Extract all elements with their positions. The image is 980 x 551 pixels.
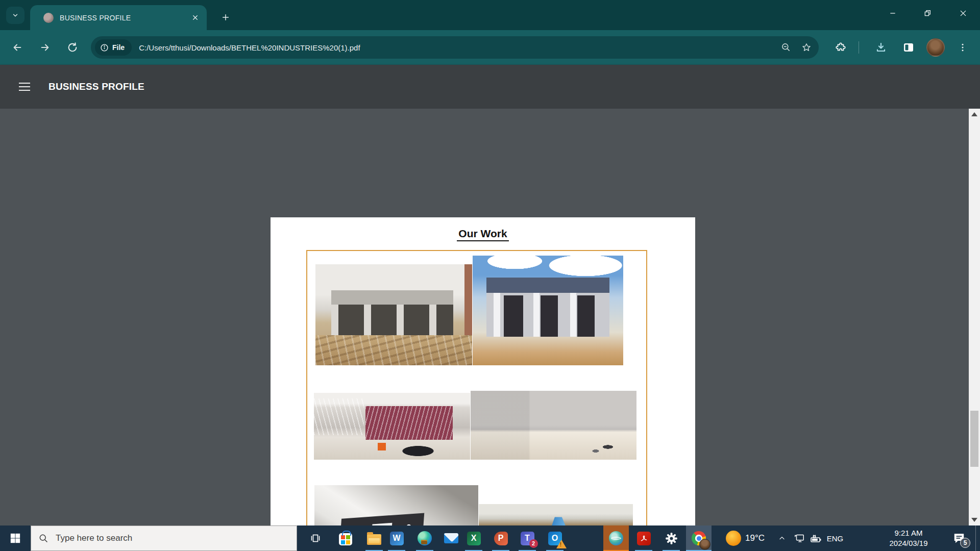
taskbar-app-acrobat[interactable]	[632, 525, 655, 551]
section-heading: Our Work	[457, 228, 508, 241]
pdf-menu-icon[interactable]	[15, 79, 34, 95]
powerpoint-icon: P	[494, 532, 508, 545]
work-photo-3	[314, 393, 470, 460]
microsoft-store-icon	[339, 533, 352, 545]
sun-icon	[726, 531, 741, 546]
notification-count-badge: 5	[960, 538, 970, 548]
taskbar: Type here to search W X	[0, 525, 980, 551]
scrollbar-thumb[interactable]	[970, 411, 978, 467]
language-indicator[interactable]: ENG	[824, 525, 846, 551]
taskbar-app-teams[interactable]: T 2	[516, 525, 539, 551]
file-scheme-chip[interactable]: File	[95, 39, 132, 56]
show-desktop-button[interactable]	[975, 525, 980, 551]
excel-glyph: X	[471, 534, 477, 543]
heading-row: Our Work	[271, 228, 695, 241]
globe-app-icon	[609, 531, 623, 545]
pdf-toolbar: BUSINESS PROFILE 8 / 9 70%	[0, 65, 980, 109]
warning-triangle-icon: !	[556, 540, 567, 548]
restore-icon	[923, 9, 932, 17]
taskbar-app-edge[interactable]	[413, 525, 436, 551]
new-tab-button[interactable]	[217, 9, 234, 26]
search-icon	[38, 533, 48, 543]
forward-arrow-icon	[39, 42, 51, 53]
browser-tab-strip: BUSINESS PROFILE	[0, 0, 980, 30]
file-explorer-icon	[367, 534, 381, 545]
plus-icon	[222, 13, 230, 21]
network-display-icon[interactable]	[790, 525, 808, 551]
profile-avatar[interactable]	[926, 38, 945, 57]
address-bar[interactable]: File C:/Users/tthusi/Downloads/BETHEL%20…	[91, 36, 819, 59]
pdf-document-title: BUSINESS PROFILE	[48, 65, 144, 109]
weather-widget[interactable]	[723, 525, 744, 551]
side-panel-icon[interactable]	[898, 37, 919, 58]
work-photo-2	[473, 256, 623, 365]
vertical-scrollbar[interactable]	[969, 109, 980, 525]
chrome-profile-avatar	[699, 539, 710, 550]
word-glyph: W	[393, 534, 400, 543]
pdf-viewer-area[interactable]: Our Work Activate Windows Go to Settings…	[0, 109, 980, 525]
taskbar-search-box[interactable]: Type here to search	[31, 525, 297, 551]
back-button[interactable]	[4, 30, 31, 65]
task-view-button[interactable]	[303, 525, 328, 551]
word-icon: W	[390, 532, 404, 545]
url-text[interactable]: C:/Users/tthusi/Downloads/BETHEL%20INDUS…	[139, 43, 776, 52]
taskbar-app-excel[interactable]: X	[462, 525, 485, 551]
tab-search-button[interactable]	[6, 7, 24, 24]
windows-logo-icon	[10, 533, 21, 544]
task-view-icon	[309, 532, 322, 544]
scroll-down-arrow-icon[interactable]	[969, 514, 980, 525]
downloads-icon[interactable]	[871, 37, 891, 58]
teams-icon: T 2	[521, 532, 534, 545]
work-photo-1	[315, 264, 472, 365]
file-chip-label: File	[112, 43, 125, 52]
window-close-button[interactable]	[947, 0, 979, 27]
tab-title: BUSINESS PROFILE	[60, 14, 189, 22]
taskbar-app-outlook[interactable]: O !	[543, 525, 567, 551]
browser-menu-icon[interactable]	[952, 37, 973, 58]
reload-button[interactable]	[59, 30, 86, 65]
chevron-down-icon	[12, 12, 19, 19]
clock-time: 9:21 AM	[894, 528, 922, 538]
taskbar-app-powerpoint[interactable]: P	[489, 525, 512, 551]
extensions-puzzle-icon[interactable]	[830, 37, 851, 58]
gear-icon	[665, 532, 678, 545]
action-center-button[interactable]: 5	[947, 525, 971, 551]
forward-button[interactable]	[32, 30, 58, 65]
acrobat-icon	[637, 532, 651, 545]
reload-icon	[67, 42, 78, 53]
scroll-up-arrow-icon[interactable]	[969, 109, 980, 120]
tab-close-icon[interactable]	[189, 12, 201, 23]
minimize-icon	[889, 9, 897, 17]
toolbar-divider	[859, 41, 859, 54]
pdf-favicon-icon	[43, 13, 54, 23]
window-minimize-button[interactable]	[877, 0, 909, 27]
temperature-label[interactable]: 19°C	[745, 525, 765, 551]
outlook-icon: O !	[548, 532, 562, 545]
active-tab[interactable]: BUSINESS PROFILE	[30, 5, 207, 30]
excel-icon: X	[467, 532, 481, 545]
start-button[interactable]	[0, 525, 31, 551]
taskbar-app-vpn-globe[interactable]	[603, 525, 629, 551]
back-arrow-icon	[12, 42, 23, 53]
edge-browser-icon	[418, 531, 432, 545]
bookmark-star-icon[interactable]	[796, 37, 817, 58]
search-placeholder: Type here to search	[56, 533, 132, 543]
tray-overflow-chevron-icon[interactable]	[773, 525, 791, 551]
battery-charging-icon[interactable]	[806, 525, 825, 551]
screen: BUSINESS PROFILE	[0, 0, 980, 551]
teams-glyph: T	[525, 534, 530, 543]
clock-date: 2024/03/19	[889, 538, 927, 548]
taskbar-clock[interactable]: 9:21 AM 2024/03/19	[875, 525, 942, 551]
powerpoint-glyph: P	[498, 534, 504, 543]
window-restore-button[interactable]	[912, 0, 943, 27]
taskbar-app-file-explorer[interactable]	[362, 525, 386, 551]
close-icon	[959, 9, 967, 17]
teams-badge: 2	[529, 539, 538, 548]
warning-exclamation: !	[560, 541, 562, 547]
taskbar-app-chrome[interactable]	[686, 525, 712, 551]
zoom-out-page-icon[interactable]	[776, 37, 796, 58]
taskbar-app-word[interactable]: W	[385, 525, 408, 551]
taskbar-app-store[interactable]	[334, 525, 357, 551]
taskbar-app-settings[interactable]	[659, 525, 683, 551]
taskbar-app-mail[interactable]	[439, 525, 463, 551]
